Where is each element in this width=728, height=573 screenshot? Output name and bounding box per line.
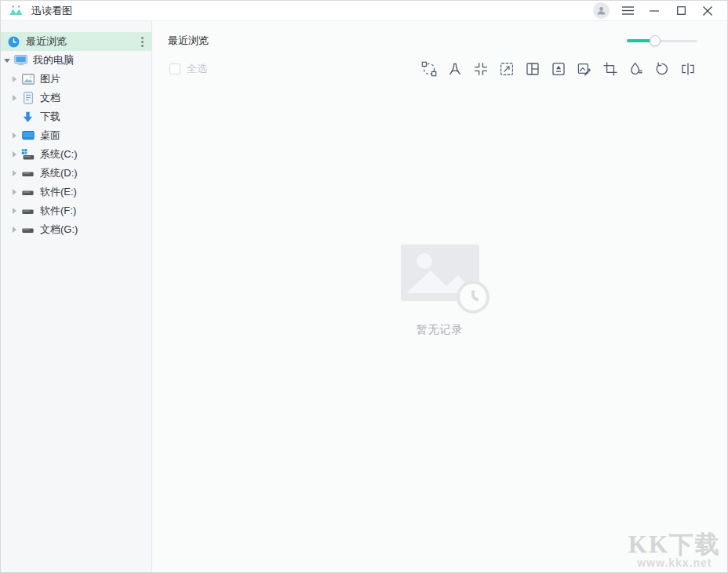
cutout-button[interactable]	[551, 61, 566, 77]
edit-image-button[interactable]	[577, 61, 592, 77]
select-all-checkbox[interactable]	[169, 63, 180, 74]
app-logo-icon	[9, 4, 24, 18]
expand-arrow-icon[interactable]	[11, 227, 18, 234]
zoom-slider[interactable]	[627, 35, 697, 46]
expand-arrow-icon[interactable]	[11, 170, 18, 177]
app-window: 迅读看图	[0, 0, 728, 573]
clock-icon	[7, 35, 20, 48]
cutout-icon	[551, 61, 566, 77]
sidebar-item-label: 文档(G:)	[40, 223, 78, 237]
watermark-icon	[628, 61, 644, 77]
sidebar-item-label: 图片	[40, 72, 60, 86]
sidebar-item-my-computer[interactable]: 我的电脑	[1, 51, 151, 70]
sidebar-item-label: 文档	[40, 91, 60, 105]
crop-icon	[602, 61, 618, 77]
sidebar-item-label: 系统(D:)	[40, 166, 78, 180]
sidebar-item-drive-f[interactable]: 软件(F:)	[1, 201, 151, 220]
sidebar-item-desktop[interactable]: 桌面	[1, 126, 151, 145]
expand-arrow-icon[interactable]	[11, 151, 18, 158]
empty-state: 暂无记录	[401, 245, 479, 337]
empty-message: 暂无记录	[417, 323, 464, 337]
sidebar-item-label: 桌面	[40, 129, 60, 143]
image-to-pdf-button[interactable]	[447, 61, 463, 77]
computer-icon	[14, 54, 27, 67]
close-button[interactable]	[694, 1, 721, 21]
sidebar-item-label: 最近浏览	[26, 34, 67, 49]
sidebar-item-pictures[interactable]: 图片	[1, 70, 151, 89]
sidebar-item-recent[interactable]: 最近浏览	[1, 32, 151, 51]
sidebar-item-downloads[interactable]: 下载	[1, 107, 151, 126]
arrow-spacer	[11, 114, 18, 121]
page-title: 最近浏览	[168, 34, 209, 48]
drive-icon	[21, 186, 35, 198]
titlebar: 迅读看图	[1, 1, 727, 21]
history-clock-icon	[457, 281, 490, 314]
sidebar-item-drive-e[interactable]: 软件(E:)	[1, 183, 151, 201]
collage-button[interactable]	[525, 61, 541, 77]
sidebar-item-label: 软件(F:)	[40, 204, 76, 218]
expand-arrow-icon[interactable]	[11, 208, 18, 215]
drive-windows-icon	[21, 148, 35, 161]
sidebar-item-label: 我的电脑	[33, 53, 74, 67]
expand-arrow-icon[interactable]	[4, 57, 11, 64]
sidebar-item-drive-d[interactable]: 系统(D:)	[1, 164, 151, 183]
rotate-icon	[654, 61, 670, 77]
main-panel: 最近浏览 全选	[152, 21, 727, 572]
item-more-menu-icon[interactable]	[141, 37, 144, 47]
sidebar-item-documents[interactable]: 文档	[1, 89, 151, 107]
drive-icon	[21, 205, 35, 217]
desktop-icon	[21, 129, 35, 142]
main-toolbar: 全选	[152, 48, 727, 77]
window-title: 迅读看图	[31, 4, 72, 18]
select-all-label: 全选	[187, 62, 207, 76]
rotate-button[interactable]	[654, 61, 670, 77]
convert-format-icon	[421, 61, 437, 77]
expand-arrow-icon[interactable]	[11, 76, 18, 83]
sidebar-item-drive-c[interactable]: 系统(C:)	[1, 145, 151, 164]
sidebar-item-label: 下载	[40, 110, 60, 124]
rename-icon	[680, 61, 696, 77]
pictures-icon	[21, 73, 35, 85]
expand-arrow-icon[interactable]	[11, 132, 18, 140]
site-watermark: KK下载 www.kkx.net	[628, 532, 721, 569]
resize-button[interactable]	[499, 61, 515, 77]
resize-icon	[499, 61, 515, 77]
download-icon	[21, 111, 35, 123]
slider-thumb[interactable]	[650, 35, 661, 46]
maximize-button[interactable]	[668, 1, 694, 21]
expand-arrow-icon[interactable]	[11, 189, 18, 196]
sidebar-item-drive-g[interactable]: 文档(G:)	[1, 220, 151, 239]
minimize-button[interactable]	[641, 1, 668, 21]
watermark-url: www.kkx.net	[628, 557, 721, 569]
minimize-icon	[650, 6, 659, 16]
convert-format-button[interactable]	[421, 61, 437, 77]
pdf-icon	[447, 61, 463, 77]
sidebar: 最近浏览 我的电脑	[1, 21, 152, 572]
edit-image-icon	[577, 61, 592, 77]
rename-button[interactable]	[680, 61, 696, 77]
user-avatar-icon	[593, 2, 610, 19]
toolbar-icons	[421, 61, 696, 77]
crop-button[interactable]	[602, 61, 618, 77]
watermark-title: KK下载	[628, 532, 721, 558]
image-placeholder-icon	[401, 245, 479, 301]
maximize-icon	[677, 6, 686, 15]
close-icon	[703, 6, 712, 16]
document-icon	[21, 92, 35, 104]
expand-arrow-icon[interactable]	[11, 95, 18, 102]
sidebar-item-label: 系统(C:)	[40, 147, 78, 161]
drive-icon	[21, 223, 35, 236]
drive-icon	[21, 167, 35, 180]
select-all[interactable]: 全选	[169, 62, 207, 76]
watermark-button[interactable]	[628, 61, 644, 77]
compress-button[interactable]	[473, 61, 489, 77]
menu-button[interactable]	[614, 1, 641, 21]
collage-icon	[525, 61, 541, 77]
user-avatar[interactable]	[588, 1, 614, 21]
main-header: 最近浏览	[152, 21, 727, 48]
compress-icon	[473, 61, 489, 77]
sidebar-item-label: 软件(E:)	[40, 185, 77, 199]
hamburger-icon	[622, 6, 634, 15]
